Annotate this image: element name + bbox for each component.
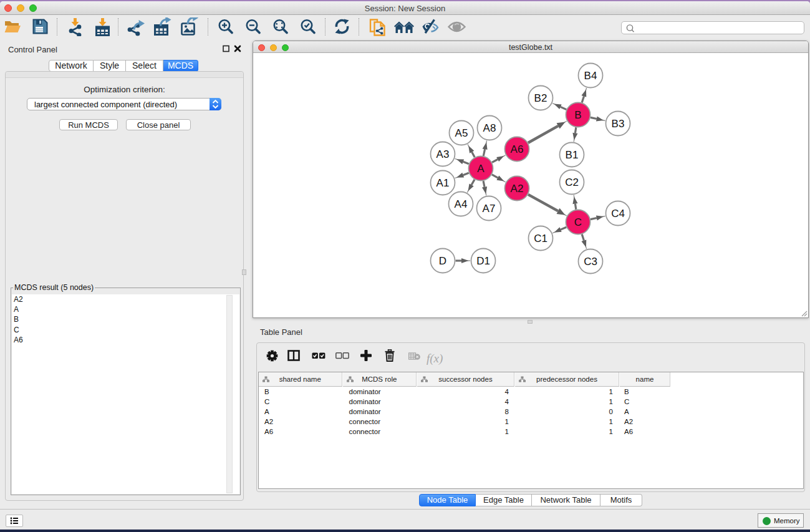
svg-text:B1: B1 xyxy=(566,149,579,161)
svg-text:D1: D1 xyxy=(476,255,490,267)
svg-text:A: A xyxy=(477,163,485,175)
svg-text:B3: B3 xyxy=(612,118,625,130)
svg-text:A8: A8 xyxy=(483,122,496,134)
svg-text:A5: A5 xyxy=(455,127,468,139)
svg-text:A1: A1 xyxy=(436,177,450,189)
svg-text:A2: A2 xyxy=(511,183,524,195)
svg-text:A3: A3 xyxy=(436,148,450,160)
svg-text:C4: C4 xyxy=(611,208,625,220)
svg-text:A6: A6 xyxy=(511,143,524,155)
svg-text:B2: B2 xyxy=(534,92,547,104)
svg-text:C1: C1 xyxy=(534,233,547,244)
svg-text:A7: A7 xyxy=(483,203,496,215)
svg-text:C2: C2 xyxy=(565,177,579,188)
svg-text:C3: C3 xyxy=(584,256,597,268)
svg-text:B: B xyxy=(574,109,581,121)
svg-text:C: C xyxy=(574,216,582,228)
svg-text:f(x): f(x) xyxy=(427,352,443,365)
svg-text:D: D xyxy=(439,255,446,267)
svg-text:B4: B4 xyxy=(584,70,597,82)
svg-text:A4: A4 xyxy=(455,198,468,210)
